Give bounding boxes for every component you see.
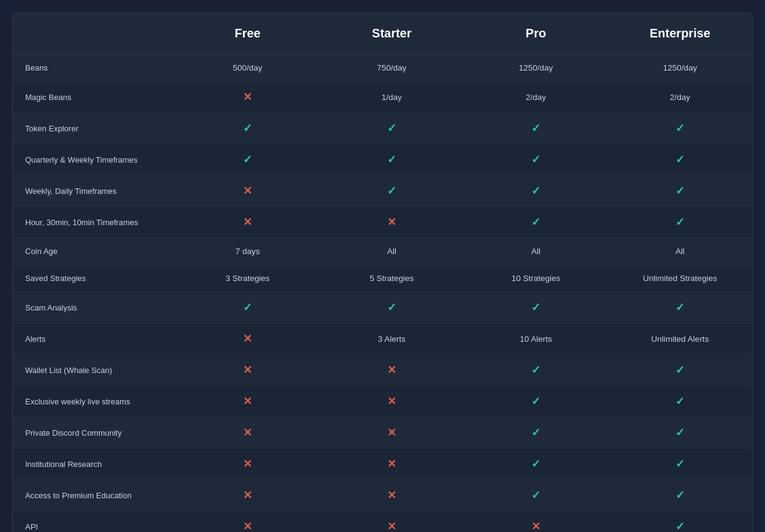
check-icon: ✓ — [531, 395, 540, 407]
feature-label: Weekly, Daily Timeframes — [13, 175, 175, 207]
cell-value: 2/day — [526, 93, 546, 102]
cell-starter: ✕ — [320, 449, 464, 480]
cell-value: All — [675, 247, 685, 256]
check-icon: ✓ — [531, 216, 540, 228]
cross-icon: ✕ — [387, 426, 396, 439]
cell-value: Unlimited Alerts — [652, 334, 709, 344]
cell-starter: ✕ — [320, 355, 464, 386]
table-row: Scam Analysis✓✓✓✓ — [13, 292, 752, 323]
cell-enterprise: ✓ — [608, 292, 752, 323]
cell-starter: ✓ — [320, 175, 464, 207]
check-icon: ✓ — [675, 153, 685, 166]
cell-enterprise: ✓ — [608, 144, 752, 175]
cross-icon: ✕ — [387, 458, 396, 470]
check-icon: ✓ — [531, 489, 540, 501]
cell-starter: ✓ — [320, 292, 464, 323]
cell-value: 10 Strategies — [512, 274, 561, 283]
check-icon: ✓ — [387, 185, 396, 197]
cell-enterprise: ✓ — [608, 113, 752, 144]
check-icon: ✓ — [387, 122, 396, 134]
cell-pro: ✕ — [464, 511, 608, 533]
cell-enterprise: ✓ — [608, 175, 752, 207]
cell-pro: 10 Strategies — [464, 265, 608, 292]
cell-free: ✕ — [175, 449, 320, 480]
cross-icon: ✕ — [387, 395, 396, 407]
cell-free: ✕ — [175, 511, 320, 533]
feature-column-header — [13, 13, 175, 55]
cross-icon: ✕ — [243, 364, 252, 376]
cell-pro: ✓ — [464, 292, 608, 323]
cell-starter: All — [320, 238, 464, 265]
check-icon: ✓ — [531, 426, 540, 439]
table-row: Quarterly & Weekly Timeframes✓✓✓✓ — [13, 144, 752, 175]
plan-header-enterprise: Enterprise — [608, 13, 752, 55]
cell-free: ✕ — [175, 175, 320, 207]
cell-pro: ✓ — [464, 113, 608, 144]
cell-enterprise: 2/day — [608, 82, 752, 113]
feature-label: Exclusive weekly live streams — [13, 386, 175, 417]
check-icon: ✓ — [387, 153, 396, 166]
table-row: Wallet List (Whale Scan)✕✕✓✓ — [13, 355, 752, 386]
feature-label: Token Explorer — [13, 113, 175, 144]
check-icon: ✓ — [531, 301, 540, 314]
cell-value: 2/day — [670, 93, 690, 102]
cell-enterprise: ✓ — [608, 511, 752, 533]
cell-enterprise: 1250/day — [608, 55, 752, 82]
cell-free: ✓ — [175, 144, 320, 175]
feature-label: API — [13, 511, 175, 533]
cell-value: All — [531, 247, 540, 256]
check-icon: ✓ — [675, 122, 685, 134]
cell-free: ✕ — [175, 480, 320, 511]
cross-icon: ✕ — [387, 364, 396, 376]
check-icon: ✓ — [387, 301, 396, 314]
feature-label: Scam Analysis — [13, 292, 175, 323]
cell-free: ✕ — [175, 207, 320, 238]
check-icon: ✓ — [675, 364, 685, 376]
cell-enterprise: ✓ — [608, 417, 752, 449]
feature-label: Access to Premium Education — [13, 480, 175, 511]
cross-icon: ✕ — [243, 520, 252, 532]
cell-pro: ✓ — [464, 417, 608, 449]
table-row: Alerts✕3 Alerts10 AlertsUnlimited Alerts — [13, 323, 752, 355]
feature-label: Hour, 30min, 10min Timeframes — [13, 207, 175, 238]
cell-starter: ✕ — [320, 207, 464, 238]
cell-free: ✕ — [175, 323, 320, 355]
cross-icon: ✕ — [243, 333, 252, 345]
cell-pro: ✓ — [464, 386, 608, 417]
check-icon: ✓ — [531, 458, 540, 470]
table-row: Access to Premium Education✕✕✓✓ — [13, 480, 752, 511]
cell-value: 1250/day — [519, 63, 553, 72]
plan-header-starter: Starter — [320, 13, 464, 55]
feature-label: Alerts — [13, 323, 175, 355]
cell-free: ✕ — [175, 355, 320, 386]
cell-pro: ✓ — [464, 207, 608, 238]
cell-enterprise: All — [608, 238, 752, 265]
cell-starter: ✕ — [320, 417, 464, 449]
feature-label: Quarterly & Weekly Timeframes — [13, 144, 175, 175]
cell-enterprise: Unlimited Alerts — [608, 323, 752, 355]
cell-pro: 1250/day — [464, 55, 608, 82]
check-icon: ✓ — [531, 185, 540, 197]
cell-starter: 5 Strategies — [320, 265, 464, 292]
cell-free: 500/day — [175, 55, 320, 82]
feature-label: Beans — [13, 55, 175, 82]
cross-icon: ✕ — [243, 489, 252, 501]
cell-pro: All — [464, 238, 608, 265]
cell-starter: 1/day — [320, 82, 464, 113]
check-icon: ✓ — [675, 301, 685, 314]
cell-enterprise: Unlimited Strategies — [608, 265, 752, 292]
feature-label: Saved Strategies — [13, 265, 175, 292]
feature-label: Private Discord Community — [13, 417, 175, 449]
cell-enterprise: ✓ — [608, 355, 752, 386]
check-icon: ✓ — [675, 216, 685, 228]
table-row: Private Discord Community✕✕✓✓ — [13, 417, 752, 449]
cell-value: 5 Strategies — [370, 274, 414, 283]
check-icon: ✓ — [675, 426, 685, 439]
check-icon: ✓ — [531, 364, 540, 376]
cell-free: ✓ — [175, 113, 320, 144]
cell-free: ✕ — [175, 82, 320, 113]
check-icon: ✓ — [531, 122, 540, 134]
cell-starter: ✕ — [320, 480, 464, 511]
table-row: Hour, 30min, 10min Timeframes✕✕✓✓ — [13, 207, 752, 238]
cell-pro: ✓ — [464, 449, 608, 480]
